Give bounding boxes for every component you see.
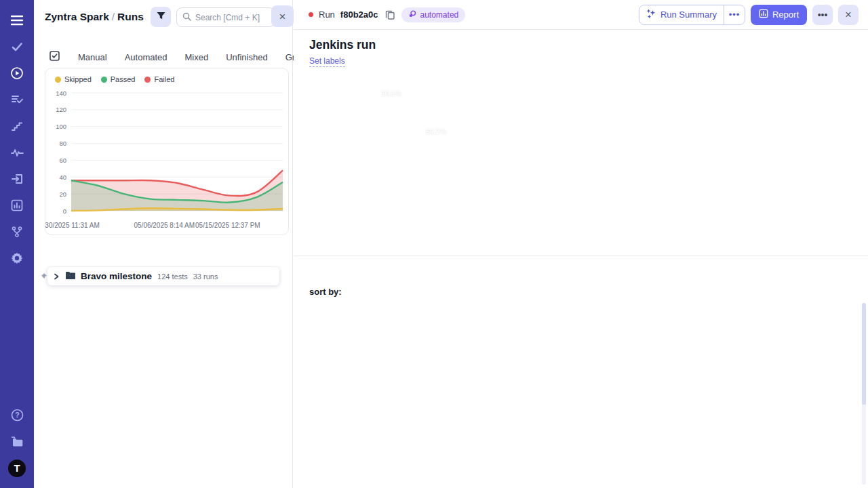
runs-list: Bravo milestone 124 tests 33 runs — [34, 266, 292, 488]
automated-run-icon — [408, 9, 417, 20]
trend-x-tick: 05/15/2025 12:37 PM — [195, 222, 260, 229]
svg-text:?: ? — [15, 411, 19, 419]
svg-text:0: 0 — [63, 207, 66, 215]
svg-text:40: 40 — [59, 174, 66, 181]
pulse-icon[interactable] — [0, 139, 34, 165]
run-summary-label: Run Summary — [660, 9, 717, 20]
filter-button[interactable] — [151, 7, 171, 27]
run-summary-more-button[interactable]: ••• — [724, 9, 745, 20]
tests-list — [294, 301, 868, 488]
trend-legend-item-passed[interactable]: Passed — [101, 75, 136, 83]
runs-filter-tabs: ManualAutomatedMixedUnfinishedGroups — [34, 47, 292, 66]
app-logo[interactable]: T — [0, 455, 34, 481]
app: ? T Zyntra Spark/Runs × ManualAutomatedM — [0, 0, 868, 488]
menu-icon[interactable] — [0, 7, 34, 33]
runs-icon[interactable] — [0, 60, 34, 86]
runs-tab-automated[interactable]: Automated — [125, 52, 167, 62]
svg-text:140: 140 — [56, 89, 66, 97]
run-result-donut: 30.8% 69.2% — [372, 68, 464, 160]
donut-label-failed: 30.8% — [381, 89, 401, 98]
sort-by-row: sort by: — [309, 287, 342, 297]
search-icon — [182, 12, 191, 24]
analytics-icon[interactable] — [0, 192, 34, 218]
svg-text:120: 120 — [56, 106, 66, 113]
legend-dot — [144, 77, 151, 83]
run-detail-topbar: Run f80b2a0c automated Run Summary ••• — [294, 0, 868, 30]
svg-text:60: 60 — [59, 157, 66, 164]
trend-chart-legend: SkippedPassedFailed — [55, 75, 174, 83]
run-detail-panel: Run f80b2a0c automated Run Summary ••• — [294, 0, 868, 488]
topbar-actions: Run Summary ••• Report ••• × — [639, 5, 859, 25]
section-name: Runs — [117, 11, 144, 22]
trend-legend-item-skipped[interactable]: Skipped — [55, 75, 92, 83]
close-run-detail-button[interactable]: × — [838, 5, 859, 25]
run-id: f80b2a0c — [340, 9, 378, 20]
runs-tab-unfinished[interactable]: Unfinished — [226, 52, 267, 62]
import-icon[interactable] — [0, 165, 34, 192]
runs-trend-chart: SkippedPassedFailed 020406080100120140 4… — [45, 68, 289, 235]
run-summary-button[interactable]: Run Summary — [639, 9, 724, 21]
legend-dot — [101, 77, 107, 83]
automated-badge-label: automated — [420, 10, 459, 20]
legend-label: Passed — [111, 75, 136, 83]
sidebar: ? T — [0, 0, 34, 488]
check-icon[interactable] — [0, 33, 34, 60]
trend-x-tick: 4/30/2025 11:31 AM — [45, 222, 100, 229]
chevron-right-icon[interactable] — [53, 270, 60, 283]
milestone-tests-count: 124 tests — [157, 272, 188, 281]
tests-scrollbar-track[interactable] — [862, 303, 866, 485]
run-status-dot — [309, 12, 313, 17]
legend-label: Failed — [154, 75, 174, 83]
settings-gear-icon[interactable] — [0, 245, 34, 271]
project-name[interactable]: Zyntra Spark — [45, 11, 109, 22]
runs-panel: Zyntra Spark/Runs × ManualAutomatedMixed… — [34, 0, 293, 488]
trend-chart-plot: 020406080100120140 — [47, 87, 288, 220]
runs-tab-manual[interactable]: Manual — [78, 52, 107, 62]
donut-label-passed: 69.2% — [426, 127, 446, 136]
runs-search[interactable] — [176, 7, 275, 27]
copy-run-id-button[interactable] — [384, 8, 396, 21]
milestone-name: Bravo milestone — [81, 271, 152, 281]
test-list-icon[interactable] — [0, 86, 34, 113]
projects-folder-icon[interactable] — [0, 428, 34, 455]
report-chart-icon — [759, 9, 768, 20]
trend-legend-item-failed[interactable]: Failed — [144, 75, 174, 83]
sort-by-label: sort by: — [309, 287, 342, 297]
sparkles-icon — [646, 9, 656, 21]
pin-icon — [39, 271, 47, 283]
svg-text:20: 20 — [59, 190, 66, 198]
branches-icon[interactable] — [0, 218, 34, 245]
milestone-runs-count: 33 runs — [193, 272, 218, 281]
report-button[interactable]: Report — [751, 5, 807, 25]
legend-label: Skipped — [64, 75, 92, 83]
select-runs-icon[interactable] — [49, 50, 60, 64]
help-icon[interactable]: ? — [0, 402, 34, 428]
folder-icon — [65, 270, 75, 283]
tabs-divider — [294, 256, 868, 256]
svg-text:80: 80 — [59, 140, 66, 147]
tests-scrollbar-thumb[interactable] — [862, 303, 866, 405]
trend-chart-x-axis: 4/30/2025 11:31 AM05/06/2025 8:14 AM05/1… — [45, 222, 288, 232]
milestone-row[interactable]: Bravo milestone 124 tests 33 runs — [47, 267, 279, 285]
funnel-icon — [156, 11, 166, 23]
logo-letter: T — [8, 460, 26, 477]
breadcrumb: Zyntra Spark/Runs — [45, 11, 144, 23]
run-summary-split-button: Run Summary ••• — [639, 5, 745, 25]
set-labels-link[interactable]: Set labels — [309, 56, 345, 67]
breadcrumb-separator: / — [109, 11, 117, 22]
runs-search-input[interactable] — [195, 13, 269, 22]
runs-tab-mixed[interactable]: Mixed — [185, 52, 209, 62]
automated-badge[interactable]: automated — [401, 7, 466, 22]
steps-icon[interactable] — [0, 113, 34, 139]
trend-x-tick: 05/06/2025 8:14 AM — [134, 222, 195, 229]
svg-text:100: 100 — [56, 123, 66, 130]
close-runs-panel-button[interactable]: × — [271, 5, 294, 27]
more-actions-button[interactable]: ••• — [812, 5, 833, 25]
run-title: Jenkins run — [309, 38, 376, 52]
run-label: Run — [319, 9, 335, 20]
report-label: Report — [772, 9, 799, 20]
runs-panel-header: Zyntra Spark/Runs × — [34, 0, 292, 38]
legend-dot — [55, 77, 61, 83]
donut-chart — [372, 68, 464, 160]
